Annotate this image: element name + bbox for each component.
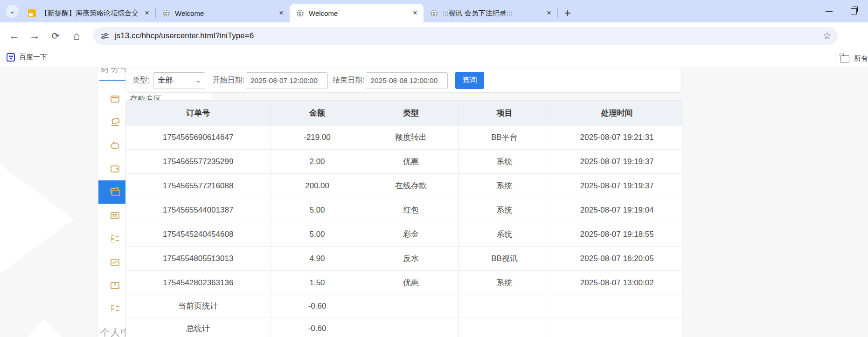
table-row: 1754565577216088200.00在线存款系统2025-08-07 1… bbox=[126, 174, 682, 198]
table-header-row: 订单号金额类型项目处理时间 bbox=[126, 101, 682, 125]
table-cell: 2025-08-07 19:19:37 bbox=[551, 150, 682, 174]
column-header: 金额 bbox=[271, 101, 364, 125]
tab-search-button[interactable]: ⌄ bbox=[6, 5, 19, 18]
table-cell: 系统 bbox=[458, 150, 551, 174]
table-cell: 额度转出 bbox=[364, 125, 458, 150]
site-settings-icon[interactable] bbox=[100, 32, 109, 41]
table-cell: 系统 bbox=[458, 198, 551, 222]
tab-title: Welcome bbox=[309, 9, 406, 17]
search-button[interactable]: 查询 bbox=[455, 72, 484, 89]
table-cell: -219.00 bbox=[271, 125, 364, 150]
ticket-icon bbox=[111, 282, 119, 289]
table-cell: 红包 bbox=[364, 198, 458, 222]
bookmark-star-icon[interactable]: ☆ bbox=[823, 30, 832, 41]
column-header: 处理时间 bbox=[551, 101, 682, 125]
reload-icon: ⟳ bbox=[52, 30, 60, 41]
bookmarks-bar: 百度一下 所有书签 bbox=[0, 49, 868, 68]
table-row: 17545655440013875.00红包系统2025-08-07 19:19… bbox=[126, 198, 682, 222]
table-cell: 1754565544001387 bbox=[126, 198, 271, 222]
table-cell bbox=[458, 317, 551, 337]
table-row: 17545655772352992.00优惠系统2025-08-07 19:19… bbox=[126, 150, 682, 174]
start-date-label: 开始日期: bbox=[212, 76, 244, 85]
table-cell: 系统 bbox=[458, 222, 551, 247]
tab-close-icon[interactable]: × bbox=[544, 9, 554, 17]
column-header: 项目 bbox=[458, 101, 551, 125]
baidu-favicon bbox=[7, 53, 15, 62]
table-cell: -0.60 bbox=[271, 317, 364, 337]
bookmarks-divider bbox=[835, 53, 835, 64]
table-row: 17545548055130134.90反水BB视讯2025-08-07 16:… bbox=[126, 247, 682, 271]
grid-icon bbox=[111, 235, 119, 242]
table-cell: 系统 bbox=[458, 271, 551, 295]
bookmark-label: 百度一下 bbox=[19, 53, 47, 62]
back-button[interactable]: ← bbox=[6, 22, 22, 49]
table-cell: 反水 bbox=[364, 247, 458, 271]
all-bookmarks-label: 所有书签 bbox=[854, 54, 868, 63]
browser-tab[interactable]: :::视讯 会员下注纪录::: × bbox=[424, 4, 557, 22]
type-select-value: 全部 bbox=[158, 76, 173, 85]
address-bar[interactable]: js13.cc/hhcp/usercenter.html?iniType=6 ☆ bbox=[93, 27, 838, 45]
browser-tab[interactable]: Welcome × bbox=[156, 4, 290, 22]
wallet-icon bbox=[111, 165, 119, 172]
new-tab-button[interactable]: + bbox=[564, 7, 571, 19]
table-cell: 系统 bbox=[458, 174, 551, 198]
table-cell: 1.50 bbox=[271, 271, 364, 295]
tab-title: 【新提醒】海燕策略论坛综合交 bbox=[41, 9, 138, 18]
cards-icon bbox=[111, 189, 119, 196]
tabs-container: 【新提醒】海燕策略论坛综合交 × Welcome × Welcome × :::… bbox=[21, 4, 571, 22]
home-icon: ⌂ bbox=[73, 29, 80, 42]
bookmark-baidu[interactable]: 百度一下 bbox=[7, 53, 47, 62]
browser-toolbar: ← → ⟳ ⌂ js13.cc/hhcp/usercenter.html?ini… bbox=[0, 22, 868, 49]
table-cell: 1754565577216088 bbox=[126, 174, 271, 198]
table-cell: 200.00 bbox=[271, 174, 364, 198]
table-cell: 2.00 bbox=[271, 150, 364, 174]
reload-button[interactable]: ⟳ bbox=[47, 22, 64, 49]
chart-icon bbox=[111, 259, 119, 266]
type-select[interactable]: 全部 ⌄ bbox=[153, 72, 205, 89]
forward-icon: → bbox=[29, 29, 40, 42]
table-row: 当前页统计-0.60 bbox=[126, 295, 682, 317]
url-text: js13.cc/hhcp/usercenter.html?iniType=6 bbox=[115, 31, 254, 41]
table-row: 17545428023631361.50优惠系统2025-08-07 13:00… bbox=[126, 271, 682, 295]
tab-close-icon[interactable]: × bbox=[277, 9, 286, 17]
table-row: 1754565690614647-219.00额度转出BB平台2025-08-0… bbox=[126, 125, 682, 150]
table-cell: 2025-08-07 13:00:02 bbox=[551, 271, 682, 295]
window-restore-button[interactable] bbox=[851, 8, 857, 14]
hand-icon bbox=[111, 119, 119, 126]
globe-favicon bbox=[296, 9, 304, 17]
records-table: 订单号金额类型项目处理时间 1754565690614647-219.00额度转… bbox=[125, 100, 682, 337]
table-cell: 2025-08-07 19:19:04 bbox=[551, 198, 682, 222]
table-cell: 优惠 bbox=[364, 150, 458, 174]
table-cell bbox=[458, 295, 551, 317]
table-cell: 4.90 bbox=[271, 247, 364, 271]
chevron-down-icon: ⌄ bbox=[9, 7, 15, 15]
table-cell: 总统计 bbox=[126, 317, 271, 337]
table-cell: 1754554805513013 bbox=[126, 247, 271, 271]
table-cell: 2025-08-07 19:18:55 bbox=[551, 222, 682, 247]
moneybag-icon bbox=[111, 143, 119, 149]
tab-close-icon[interactable]: × bbox=[142, 9, 152, 17]
table-cell bbox=[551, 295, 682, 317]
end-date-input[interactable]: 2025-08-08 12:00:00 bbox=[366, 72, 448, 89]
browser-window: ⌄ 【新提醒】海燕策略论坛综合交 × Welcome × Welcome × :… bbox=[0, 0, 868, 337]
table-cell bbox=[364, 317, 458, 337]
forward-button[interactable]: → bbox=[26, 22, 43, 49]
table-cell: 1754565577235299 bbox=[126, 150, 271, 174]
table-cell: 1754545240454608 bbox=[126, 222, 271, 247]
home-button[interactable]: ⌂ bbox=[68, 22, 85, 49]
browser-tab[interactable]: Welcome × bbox=[290, 4, 424, 22]
table-cell bbox=[551, 317, 682, 337]
start-date-input[interactable]: 2025-08-07 12:00:00 bbox=[246, 72, 328, 89]
all-bookmarks-button[interactable]: 所有书签 bbox=[835, 53, 868, 64]
table-cell: 2025-08-07 19:19:37 bbox=[551, 174, 682, 198]
tab-title: Welcome bbox=[175, 9, 272, 17]
browser-tab[interactable]: 【新提醒】海燕策略论坛综合交 × bbox=[21, 4, 155, 22]
table-cell: -0.60 bbox=[271, 295, 364, 317]
globe-favicon bbox=[162, 9, 170, 17]
window-minimize-button[interactable] bbox=[826, 11, 833, 12]
end-date-label: 结束日期: bbox=[333, 76, 364, 85]
table-cell: 5.00 bbox=[271, 222, 364, 247]
web-page: 财务中心 存款专区 › 取款专区 › 充值记录 › 提现记录 › 资金记录 › … bbox=[0, 68, 868, 337]
tab-close-icon[interactable]: × bbox=[410, 9, 420, 17]
filter-panel: 类型: 全部 ⌄ 开始日期: 2025-08-07 12:00:00 结束日期:… bbox=[125, 68, 681, 93]
